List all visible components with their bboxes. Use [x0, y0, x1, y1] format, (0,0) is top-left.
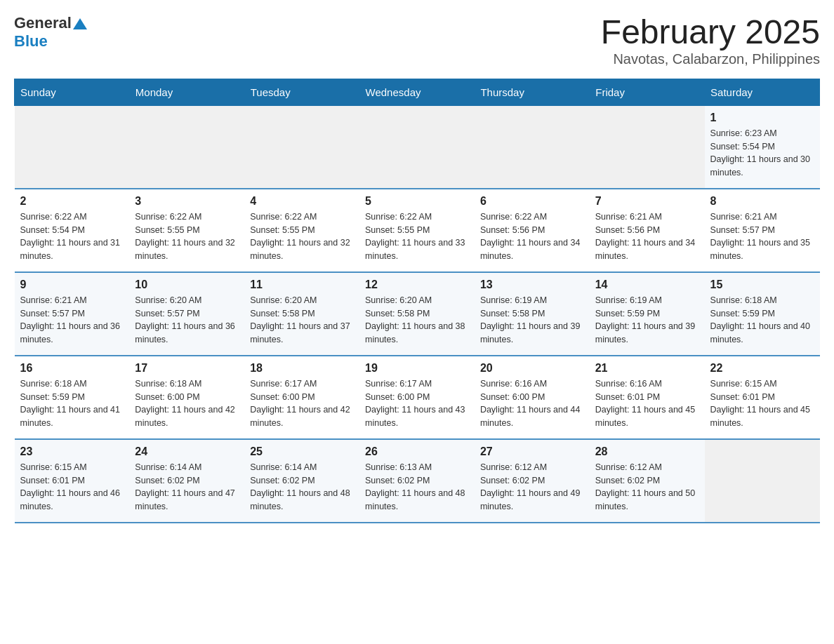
day-info: Sunrise: 6:19 AM Sunset: 5:58 PM Dayligh… [480, 294, 584, 347]
calendar-cell [359, 105, 475, 189]
calendar-cell: 7Sunrise: 6:21 AM Sunset: 5:56 PM Daylig… [590, 189, 705, 272]
calendar-cell: 9Sunrise: 6:21 AM Sunset: 5:57 PM Daylig… [15, 272, 130, 356]
calendar-cell [590, 105, 705, 189]
day-info: Sunrise: 6:20 AM Sunset: 5:57 PM Dayligh… [135, 294, 239, 347]
day-number: 20 [480, 362, 584, 375]
calendar-cell: 12Sunrise: 6:20 AM Sunset: 5:58 PM Dayli… [359, 272, 475, 356]
calendar-cell: 14Sunrise: 6:19 AM Sunset: 5:59 PM Dayli… [590, 272, 705, 356]
calendar-day-header: Sunday [15, 79, 130, 105]
calendar-cell: 8Sunrise: 6:21 AM Sunset: 5:57 PM Daylig… [705, 189, 820, 272]
calendar-cell: 1Sunrise: 6:23 AM Sunset: 5:54 PM Daylig… [705, 105, 820, 189]
day-info: Sunrise: 6:22 AM Sunset: 5:55 PM Dayligh… [135, 210, 239, 263]
day-info: Sunrise: 6:22 AM Sunset: 5:56 PM Dayligh… [480, 210, 584, 263]
day-info: Sunrise: 6:20 AM Sunset: 5:58 PM Dayligh… [365, 294, 469, 347]
calendar-table: SundayMondayTuesdayWednesdayThursdayFrid… [14, 79, 820, 523]
logo-blue-text: Blue [14, 32, 48, 50]
calendar-cell: 20Sunrise: 6:16 AM Sunset: 6:00 PM Dayli… [475, 356, 590, 439]
day-info: Sunrise: 6:12 AM Sunset: 6:02 PM Dayligh… [595, 461, 699, 514]
day-info: Sunrise: 6:18 AM Sunset: 5:59 PM Dayligh… [710, 294, 814, 347]
day-number: 5 [365, 195, 469, 208]
day-number: 21 [595, 362, 699, 375]
calendar-cell [475, 105, 590, 189]
day-number: 15 [710, 279, 814, 291]
logo-triangle-icon [73, 18, 87, 29]
day-info: Sunrise: 6:22 AM Sunset: 5:54 PM Dayligh… [20, 210, 124, 263]
calendar-cell [15, 105, 130, 189]
calendar-week-row: 9Sunrise: 6:21 AM Sunset: 5:57 PM Daylig… [15, 272, 820, 356]
page-header: General Blue February 2025 Navotas, Cala… [14, 14, 820, 67]
day-number: 17 [135, 362, 239, 375]
calendar-title-section: February 2025 Navotas, Calabarzon, Phili… [601, 14, 820, 67]
calendar-day-header: Monday [129, 79, 244, 105]
calendar-cell: 26Sunrise: 6:13 AM Sunset: 6:02 PM Dayli… [359, 439, 475, 523]
day-number: 4 [250, 195, 354, 208]
day-info: Sunrise: 6:14 AM Sunset: 6:02 PM Dayligh… [250, 461, 354, 514]
day-info: Sunrise: 6:16 AM Sunset: 6:00 PM Dayligh… [480, 377, 584, 430]
day-info: Sunrise: 6:21 AM Sunset: 5:57 PM Dayligh… [710, 210, 814, 263]
day-number: 6 [480, 195, 584, 208]
day-number: 18 [250, 362, 354, 375]
calendar-week-row: 23Sunrise: 6:15 AM Sunset: 6:01 PM Dayli… [15, 439, 820, 523]
day-info: Sunrise: 6:19 AM Sunset: 5:59 PM Dayligh… [595, 294, 699, 347]
calendar-header-row: SundayMondayTuesdayWednesdayThursdayFrid… [15, 79, 820, 105]
calendar-cell: 28Sunrise: 6:12 AM Sunset: 6:02 PM Dayli… [590, 439, 705, 523]
day-number: 12 [365, 279, 469, 291]
calendar-cell [244, 105, 359, 189]
day-info: Sunrise: 6:14 AM Sunset: 6:02 PM Dayligh… [135, 461, 239, 514]
calendar-day-header: Saturday [705, 79, 820, 105]
day-info: Sunrise: 6:22 AM Sunset: 5:55 PM Dayligh… [250, 210, 354, 263]
calendar-header: SundayMondayTuesdayWednesdayThursdayFrid… [15, 79, 820, 105]
day-number: 28 [595, 445, 699, 458]
day-number: 16 [20, 362, 124, 375]
day-info: Sunrise: 6:23 AM Sunset: 5:54 PM Dayligh… [710, 127, 814, 180]
calendar-cell: 11Sunrise: 6:20 AM Sunset: 5:58 PM Dayli… [244, 272, 359, 356]
calendar-cell [129, 105, 244, 189]
calendar-cell: 16Sunrise: 6:18 AM Sunset: 5:59 PM Dayli… [15, 356, 130, 439]
calendar-week-row: 16Sunrise: 6:18 AM Sunset: 5:59 PM Dayli… [15, 356, 820, 439]
calendar-cell: 5Sunrise: 6:22 AM Sunset: 5:55 PM Daylig… [359, 189, 475, 272]
day-info: Sunrise: 6:15 AM Sunset: 6:01 PM Dayligh… [20, 461, 124, 514]
calendar-cell: 15Sunrise: 6:18 AM Sunset: 5:59 PM Dayli… [705, 272, 820, 356]
calendar-week-row: 2Sunrise: 6:22 AM Sunset: 5:54 PM Daylig… [15, 189, 820, 272]
calendar-subtitle: Navotas, Calabarzon, Philippines [601, 51, 820, 67]
day-number: 2 [20, 195, 124, 208]
calendar-cell: 17Sunrise: 6:18 AM Sunset: 6:00 PM Dayli… [129, 356, 244, 439]
calendar-cell: 3Sunrise: 6:22 AM Sunset: 5:55 PM Daylig… [129, 189, 244, 272]
calendar-cell: 23Sunrise: 6:15 AM Sunset: 6:01 PM Dayli… [15, 439, 130, 523]
day-info: Sunrise: 6:17 AM Sunset: 6:00 PM Dayligh… [365, 377, 469, 430]
day-info: Sunrise: 6:16 AM Sunset: 6:01 PM Dayligh… [595, 377, 699, 430]
day-number: 24 [135, 445, 239, 458]
day-number: 9 [20, 279, 124, 291]
calendar-cell: 24Sunrise: 6:14 AM Sunset: 6:02 PM Dayli… [129, 439, 244, 523]
day-number: 25 [250, 445, 354, 458]
day-number: 11 [250, 279, 354, 291]
day-number: 7 [595, 195, 699, 208]
day-number: 10 [135, 279, 239, 291]
calendar-day-header: Wednesday [359, 79, 475, 105]
day-number: 13 [480, 279, 584, 291]
day-info: Sunrise: 6:21 AM Sunset: 5:56 PM Dayligh… [595, 210, 699, 263]
calendar-day-header: Thursday [475, 79, 590, 105]
calendar-cell: 22Sunrise: 6:15 AM Sunset: 6:01 PM Dayli… [705, 356, 820, 439]
day-number: 8 [710, 195, 814, 208]
svg-marker-0 [73, 18, 87, 29]
calendar-cell: 10Sunrise: 6:20 AM Sunset: 5:57 PM Dayli… [129, 272, 244, 356]
logo: General Blue [14, 14, 87, 51]
day-info: Sunrise: 6:21 AM Sunset: 5:57 PM Dayligh… [20, 294, 124, 347]
calendar-cell: 21Sunrise: 6:16 AM Sunset: 6:01 PM Dayli… [590, 356, 705, 439]
day-info: Sunrise: 6:17 AM Sunset: 6:00 PM Dayligh… [250, 377, 354, 430]
calendar-day-header: Tuesday [244, 79, 359, 105]
day-number: 26 [365, 445, 469, 458]
calendar-week-row: 1Sunrise: 6:23 AM Sunset: 5:54 PM Daylig… [15, 105, 820, 189]
day-info: Sunrise: 6:15 AM Sunset: 6:01 PM Dayligh… [710, 377, 814, 430]
day-info: Sunrise: 6:18 AM Sunset: 5:59 PM Dayligh… [20, 377, 124, 430]
calendar-day-header: Friday [590, 79, 705, 105]
day-info: Sunrise: 6:12 AM Sunset: 6:02 PM Dayligh… [480, 461, 584, 514]
calendar-body: 1Sunrise: 6:23 AM Sunset: 5:54 PM Daylig… [15, 105, 820, 523]
day-number: 14 [595, 279, 699, 291]
calendar-cell: 27Sunrise: 6:12 AM Sunset: 6:02 PM Dayli… [475, 439, 590, 523]
calendar-title: February 2025 [601, 14, 820, 51]
day-info: Sunrise: 6:13 AM Sunset: 6:02 PM Dayligh… [365, 461, 469, 514]
calendar-cell: 2Sunrise: 6:22 AM Sunset: 5:54 PM Daylig… [15, 189, 130, 272]
calendar-cell: 6Sunrise: 6:22 AM Sunset: 5:56 PM Daylig… [475, 189, 590, 272]
